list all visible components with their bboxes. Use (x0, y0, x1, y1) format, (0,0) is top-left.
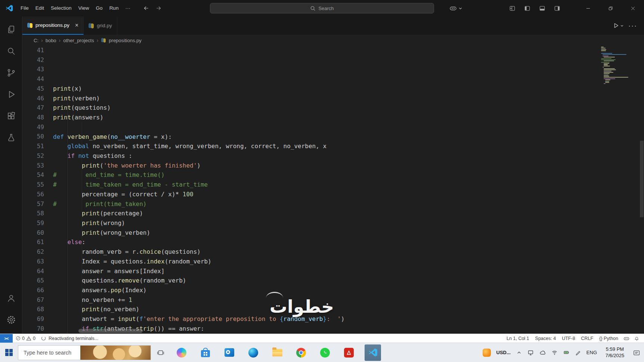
line-number[interactable]: 49 (22, 122, 44, 132)
notification-center-icon[interactable] (633, 349, 640, 356)
code-line[interactable]: # print(time_taken) (53, 199, 644, 209)
line-number[interactable]: 48 (22, 113, 44, 122)
forward-arrow-icon[interactable] (155, 5, 162, 12)
line-number[interactable]: 62 (22, 247, 44, 257)
status-item-python[interactable]: {} Python (596, 336, 621, 341)
problems-indicator[interactable]: 0 0 (13, 336, 38, 341)
taskbar-app-store-icon[interactable] (197, 344, 214, 361)
line-number[interactable]: 59 (22, 218, 44, 228)
code-line[interactable]: print(no_verben) (53, 305, 644, 314)
account-icon[interactable] (0, 287, 22, 309)
code-line[interactable]: print(x) (53, 84, 644, 94)
taskbar-app-acrobat-icon[interactable] (341, 344, 357, 361)
taskbar-app-whatsapp-icon[interactable] (317, 344, 333, 361)
line-number[interactable]: 51 (22, 141, 44, 151)
currency-app-icon[interactable] (483, 349, 491, 357)
code-line[interactable]: if not questions : (53, 151, 644, 161)
breadcrumb-item[interactable]: prepositions.py (109, 38, 141, 43)
settings-icon[interactable] (0, 309, 22, 331)
line-number[interactable]: 47 (22, 103, 44, 113)
line-number[interactable]: 70 (22, 324, 44, 334)
more-actions-icon[interactable]: ··· (628, 22, 637, 29)
code-line[interactable]: random_verb = r.choice(questions) (53, 247, 644, 257)
code-line[interactable]: print(questions) (53, 103, 644, 113)
explorer-icon[interactable] (0, 19, 22, 40)
taskbar-app-copilot-icon[interactable] (173, 344, 190, 361)
run-button[interactable] (612, 22, 624, 29)
line-number[interactable]: 61 (22, 237, 44, 247)
code-line[interactable]: print(percentage) (53, 209, 644, 218)
line-number[interactable]: 64 (22, 266, 44, 276)
breadcrumb-item[interactable]: bobo (46, 38, 56, 43)
code-editor[interactable]: 4142434445464748495051525354555657585960… (22, 46, 644, 334)
command-center-search[interactable]: Search (210, 3, 434, 13)
status-item-ln1col1[interactable]: Ln 1, Col 1 (504, 336, 532, 341)
line-number[interactable]: 57 (22, 199, 44, 209)
line-number[interactable]: 50 (22, 132, 44, 141)
cloud-icon[interactable] (539, 349, 546, 356)
code-line[interactable]: print(verben) (53, 94, 644, 103)
customize-layout-icon[interactable] (507, 3, 518, 14)
source-control-icon[interactable] (0, 62, 22, 84)
taskbar-search[interactable]: Type here to search (18, 345, 151, 360)
minimap[interactable] (601, 47, 638, 85)
language-indicator[interactable]: ENG (586, 350, 597, 355)
menu-go[interactable]: Go (93, 0, 106, 16)
code-line[interactable]: # end_time = time.time() (53, 170, 644, 180)
line-number[interactable]: 54 (22, 170, 44, 180)
toggle-sidebar-icon[interactable] (521, 3, 533, 14)
menu-[interactable]: ··· (122, 0, 134, 16)
code-line[interactable]: questions.remove(random_verb) (53, 276, 644, 285)
line-number[interactable]: 65 (22, 276, 44, 285)
code-line[interactable]: percentage = (correct / x)* 100 (53, 190, 644, 199)
status-item-crlf[interactable]: CRLF (578, 336, 597, 341)
battery-icon[interactable] (563, 349, 570, 356)
task-view-button[interactable] (152, 343, 169, 362)
line-number[interactable]: 53 (22, 161, 44, 171)
tray-chevron-up-icon[interactable] (516, 350, 522, 355)
bell-icon[interactable] (632, 336, 644, 341)
close-icon[interactable]: × (75, 22, 78, 29)
code-line[interactable]: print(answers) (53, 113, 644, 122)
line-number[interactable]: 44 (22, 74, 44, 84)
restore-button[interactable] (599, 0, 622, 16)
line-number[interactable]: 45 (22, 84, 44, 94)
tab-prepositions.py[interactable]: prepositions.py× (22, 16, 84, 35)
horizontal-scrollbar[interactable] (78, 329, 143, 333)
line-number[interactable]: 43 (22, 65, 44, 74)
line-number[interactable]: 69 (22, 314, 44, 324)
currency-label[interactable]: USD... (496, 350, 511, 355)
vertical-scrollbar[interactable] (640, 141, 644, 217)
tab-grid.py[interactable]: grid.py (84, 16, 117, 35)
search-icon[interactable] (0, 40, 22, 62)
breadcrumb-item[interactable]: other_projects (63, 38, 94, 43)
line-number[interactable]: 42 (22, 55, 44, 65)
code-line[interactable]: no_verben += 1 (53, 295, 644, 305)
code-line[interactable]: print('the woerter has finished') (53, 161, 644, 171)
taskbar-app-file-explorer-icon[interactable] (269, 344, 285, 361)
menu-edit[interactable]: Edit (32, 0, 47, 16)
code-line[interactable]: def verben_game(no__woerter = x): (53, 132, 644, 142)
extensions-icon[interactable] (0, 105, 22, 127)
start-button[interactable] (0, 343, 18, 362)
close-button[interactable] (622, 0, 644, 16)
menu-run[interactable]: Run (106, 0, 122, 16)
menu-selection[interactable]: Selection (47, 0, 75, 16)
monitor-icon[interactable] (527, 349, 534, 356)
code-line[interactable]: print(wrong) (53, 218, 644, 228)
remote-indicator[interactable]: >< (0, 334, 13, 343)
taskbar-app-edge-icon[interactable] (245, 344, 261, 361)
pen-icon[interactable] (575, 350, 581, 355)
copilot-status-icon[interactable] (621, 336, 632, 341)
line-number[interactable]: 68 (22, 305, 44, 314)
line-number[interactable]: 60 (22, 228, 44, 238)
line-number[interactable]: 58 (22, 209, 44, 218)
toggle-panel-icon[interactable] (536, 3, 548, 14)
breadcrumb-item[interactable]: C: (34, 38, 38, 43)
run-debug-icon[interactable] (0, 84, 22, 105)
line-number[interactable]: 67 (22, 295, 44, 305)
code-lines[interactable]: print(x)print(verben)print(questions)pri… (53, 46, 644, 334)
code-line[interactable]: answers.pop(Index) (53, 285, 644, 295)
menu-view[interactable]: View (75, 0, 93, 16)
code-line[interactable]: print(wrong_verben) (53, 228, 644, 238)
